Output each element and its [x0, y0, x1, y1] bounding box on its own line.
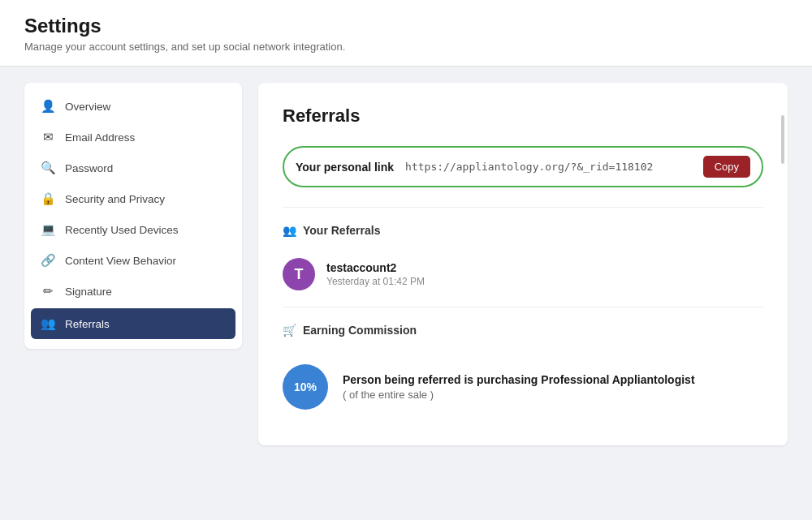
sidebar-item-signature[interactable]: ✏ Signature — [24, 276, 242, 307]
sidebar-item-email-address[interactable]: ✉ Email Address — [24, 122, 242, 153]
earning-commission-section: 🛒 Earning Commission 10% Person being re… — [283, 307, 763, 423]
referral-info: testaccount2 Yesterday at 01:42 PM — [326, 261, 425, 287]
commission-icon: 🛒 — [283, 324, 296, 337]
sidebar-label-referrals: Referrals — [65, 318, 110, 330]
recently-used-devices-icon: 💻 — [41, 222, 55, 237]
overview-icon: 👤 — [41, 99, 55, 114]
password-icon: 🔍 — [41, 161, 55, 175]
referrals-icon: 👥 — [41, 316, 55, 331]
commission-sub: ( of the entire sale ) — [343, 389, 695, 401]
commission-description: Person being referred is purchasing Prof… — [343, 373, 695, 386]
page-title: Settings — [24, 15, 788, 37]
sidebar-item-content-view-behavior[interactable]: 🔗 Content View Behavior — [24, 245, 242, 276]
page-subtitle: Manage your account settings, and set up… — [24, 41, 788, 53]
personal-link-url: https://appliantology.org/?&_rid=118102 — [405, 161, 692, 173]
sidebar-label-password: Password — [65, 162, 113, 174]
security-privacy-icon: 🔒 — [41, 191, 55, 206]
sidebar-item-security-privacy[interactable]: 🔒 Security and Privacy — [24, 183, 242, 214]
percent-badge: 10% — [283, 364, 328, 410]
commission-desc-block: Person being referred is purchasing Prof… — [343, 373, 695, 401]
sidebar-label-security-privacy: Security and Privacy — [65, 193, 165, 205]
referral-date: Yesterday at 01:42 PM — [326, 276, 425, 287]
main-title: Referrals — [283, 105, 763, 127]
sidebar-label-overview: Overview — [65, 101, 110, 113]
copy-button[interactable]: Copy — [703, 156, 750, 178]
sidebar-label-content-view-behavior: Content View Behavior — [65, 255, 176, 267]
main-panel: Referrals Your personal link https://app… — [258, 83, 788, 445]
sidebar-item-referrals[interactable]: 👥 Referrals — [31, 308, 235, 339]
referral-name: testaccount2 — [326, 261, 425, 274]
your-referrals-section: 👥 Your Referrals T testaccount2 Yesterda… — [283, 207, 763, 303]
avatar: T — [283, 258, 315, 290]
signature-icon: ✏ — [41, 284, 55, 299]
sidebar: 👤 Overview ✉ Email Address 🔍 Password 🔒 … — [24, 83, 242, 349]
content-view-behavior-icon: 🔗 — [41, 253, 55, 268]
sidebar-label-signature: Signature — [65, 286, 112, 298]
referral-item: T testaccount2 Yesterday at 01:42 PM — [283, 251, 763, 303]
page-header: Settings Manage your account settings, a… — [0, 0, 812, 67]
referrals-icon: 👥 — [283, 224, 296, 237]
personal-link-label: Your personal link — [296, 161, 394, 174]
commission-item: 10% Person being referred is purchasing … — [283, 351, 763, 423]
sidebar-item-password[interactable]: 🔍 Password — [24, 153, 242, 183]
email-address-icon: ✉ — [41, 130, 55, 144]
commission-title: 🛒 Earning Commission — [283, 324, 763, 337]
sidebar-label-email-address: Email Address — [65, 131, 135, 144]
sidebar-item-overview[interactable]: 👤 Overview — [24, 91, 242, 122]
your-referrals-title: 👥 Your Referrals — [283, 224, 763, 237]
personal-link-box: Your personal link https://appliantology… — [283, 146, 763, 187]
sidebar-label-recently-used-devices: Recently Used Devices — [65, 224, 179, 236]
sidebar-item-recently-used-devices[interactable]: 💻 Recently Used Devices — [24, 214, 242, 245]
